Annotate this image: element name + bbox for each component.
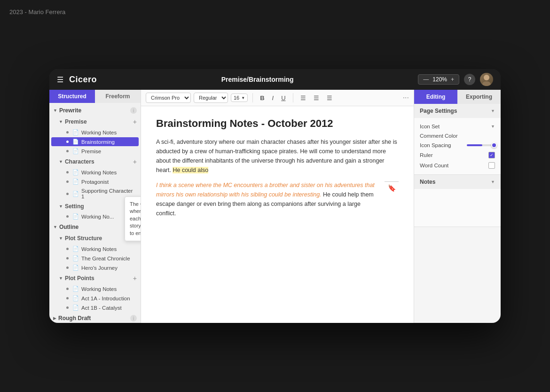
bookmark-icon[interactable]: 🔖 — [388, 184, 396, 192]
doc-icon: 📄 — [72, 213, 79, 220]
chevron-plot-structure: ▼ — [59, 236, 63, 241]
item-label: Working Notes — [81, 170, 117, 175]
chevron-setting: ▼ — [59, 204, 63, 209]
sidebar-tabs: Structured Freeform — [49, 90, 141, 103]
list-item[interactable]: 📄 Working Notes — [51, 244, 139, 253]
zoom-control: — 120% + — [418, 74, 459, 85]
font-size-value: 16 — [234, 95, 239, 101]
comment-color-label: Comment Color — [420, 133, 495, 139]
page-settings-content: Icon Set ▼ Comment Color Icon Spacing — [414, 118, 501, 174]
chevron-rough-draft: ▶ — [53, 316, 56, 321]
list-item[interactable]: 📄 Working Notes — [51, 128, 139, 137]
dot-icon — [66, 180, 69, 183]
list-item[interactable]: 📄 Act 1A - Introduction — [51, 294, 139, 303]
sidebar: Structured Freeform ▼ Prewrite i ▼ Premi… — [49, 90, 141, 323]
align-center-button[interactable]: ☰ — [311, 93, 322, 103]
bold-orange-text — [322, 191, 323, 198]
dot-icon — [66, 248, 69, 250]
add-plot-points-button[interactable]: + — [133, 274, 137, 282]
highlighted-text: He could also — [173, 167, 208, 173]
add-characters-button[interactable]: + — [133, 158, 137, 165]
tab-exporting[interactable]: Exporting — [457, 90, 501, 104]
list-item[interactable]: 📄 The Great Chronicle — [51, 254, 139, 263]
doc-icon: 📄 — [72, 286, 79, 292]
notes-header[interactable]: Notes ▼ — [414, 175, 501, 189]
bold-button[interactable]: B — [258, 93, 267, 103]
list-item[interactable]: 📄 Hero's Journey — [51, 263, 139, 272]
chevron-outline: ▼ — [53, 225, 57, 229]
align-left-button[interactable]: ☰ — [298, 93, 308, 103]
list-item[interactable]: 📄 Premise — [51, 147, 139, 156]
tab-freeform[interactable]: Freeform — [95, 90, 141, 103]
add-premise-button[interactable]: + — [133, 118, 137, 125]
toolbar-divider-2 — [293, 93, 293, 102]
doc-icon-orange: 📄 — [72, 139, 79, 145]
align-right-button[interactable]: ☰ — [324, 93, 335, 103]
header-right: — 120% + ? — [418, 73, 493, 86]
avatar[interactable] — [480, 73, 493, 86]
setting-tooltip-wrapper: ▼ Setting The Outline stage is where you… — [49, 201, 141, 221]
list-item[interactable]: 📄 Act 1B - Catalyst — [51, 303, 139, 312]
page-settings-section: Page Settings ▼ Icon Set ▼ Comment Color — [414, 104, 501, 175]
doc-icon: 📄 — [72, 246, 79, 252]
font-style-select[interactable]: Regular — [194, 93, 228, 103]
page-settings-chevron: ▼ — [491, 109, 495, 113]
icon-spacing-slider[interactable] — [467, 144, 495, 146]
zoom-in-button[interactable]: + — [450, 76, 455, 83]
chevron-premise: ▼ — [59, 119, 63, 124]
ruler-label: Ruler — [420, 152, 488, 158]
subsection-premise[interactable]: ▼ Premise + — [49, 116, 141, 127]
hamburger-icon[interactable]: ☰ — [57, 75, 63, 84]
dot-icon — [66, 193, 69, 195]
section-prewrite[interactable]: ▼ Prewrite i — [49, 105, 141, 116]
list-item[interactable]: 📄 Working Notes — [51, 168, 139, 177]
word-count-checkbox[interactable] — [488, 162, 495, 169]
zoom-level: 120% — [432, 76, 447, 83]
info-icon-prewrite[interactable]: i — [130, 107, 137, 114]
list-item[interactable]: 📄 Protagonist — [51, 177, 139, 186]
subsection-characters[interactable]: ▼ Characters + — [49, 156, 141, 167]
item-label: Act 1B - Catalyst — [81, 305, 122, 311]
italic-button[interactable]: I — [270, 93, 276, 103]
item-label: Brainstorming — [81, 139, 115, 145]
editor-area[interactable]: Brainstorming Notes - October 2012 A sci… — [141, 106, 414, 323]
tooltip-box: The Outline stage is where you lay out e… — [125, 196, 141, 241]
font-family-select[interactable]: Crimson Pro — [146, 93, 191, 103]
comment-color-row: Comment Color — [420, 131, 495, 141]
dot-icon — [66, 215, 69, 218]
list-item[interactable]: 📄 Working Notes — [51, 284, 139, 293]
app-logo: Cicero — [69, 75, 97, 85]
watermark: 2023 - Mario Ferrera — [9, 8, 65, 16]
svg-point-0 — [484, 75, 489, 80]
list-item-active[interactable]: 📄 Brainstorming — [51, 137, 139, 146]
word-count-label: Word Count — [420, 163, 488, 168]
info-icon-rough-draft[interactable]: i — [130, 315, 137, 321]
ruler-checkbox[interactable]: ✓ — [488, 152, 495, 158]
item-label: The Great Chronicle — [81, 256, 130, 261]
doc-icon: 📄 — [72, 305, 79, 311]
subsection-label-premise: Premise — [65, 118, 133, 125]
subsection-label-characters: Characters — [65, 158, 133, 165]
help-button[interactable]: ? — [464, 74, 475, 85]
notes-area[interactable] — [414, 189, 501, 227]
underline-button[interactable]: U — [279, 93, 288, 103]
section-rough-draft[interactable]: ▶ Rough Draft i — [49, 313, 141, 323]
italic-orange-text: I think a scene where the MC encounters … — [156, 182, 375, 198]
right-panel: Editing Exporting Page Settings ▼ Icon S… — [414, 90, 501, 323]
icon-spacing-row: Icon Spacing — [420, 141, 495, 150]
item-label: Working Notes — [81, 286, 117, 292]
page-settings-header[interactable]: Page Settings ▼ — [414, 104, 501, 118]
icon-set-dropdown[interactable]: ▼ — [491, 124, 495, 129]
icon-set-row: Icon Set ▼ — [420, 122, 495, 131]
tab-editing[interactable]: Editing — [414, 90, 457, 104]
more-options-button[interactable]: ··· — [403, 94, 409, 102]
app-body: Structured Freeform ▼ Prewrite i ▼ Premi… — [49, 90, 501, 323]
chevron-plot-points: ▼ — [59, 276, 63, 281]
doc-icon: 📄 — [72, 191, 79, 197]
subsection-plot-points[interactable]: ▼ Plot Points + — [49, 273, 141, 284]
tab-structured[interactable]: Structured — [49, 90, 95, 103]
toolbar-divider-1 — [252, 93, 253, 102]
zoom-out-button[interactable]: — — [422, 76, 430, 83]
icon-spacing-label: Icon Spacing — [420, 142, 467, 148]
note-paragraph: I think a scene where the MC encounters … — [156, 180, 399, 218]
